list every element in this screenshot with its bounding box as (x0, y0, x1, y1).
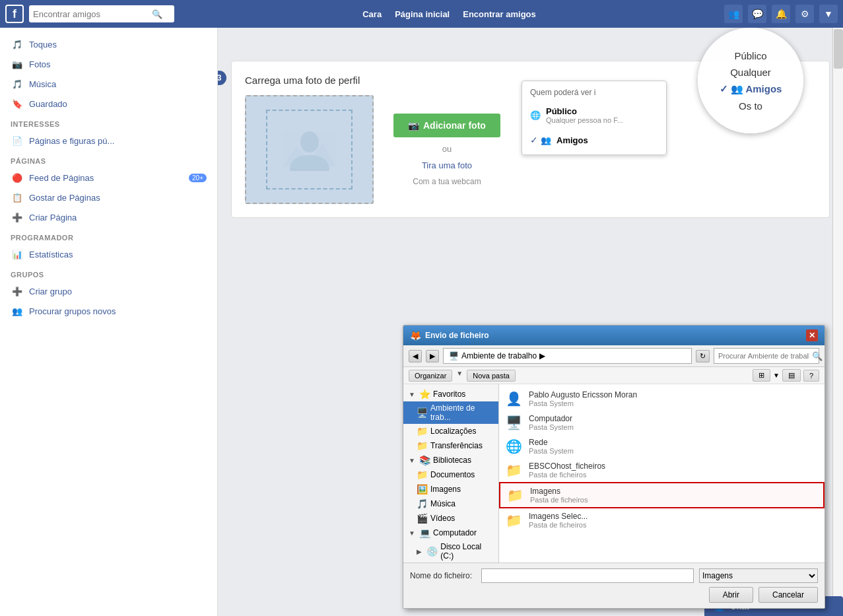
file-icon-ebscohost: 📁 (506, 462, 522, 478)
dialog-new-folder-button[interactable]: Nova pasta (467, 370, 516, 382)
dialog-filetype-select[interactable]: Imagens (699, 568, 818, 583)
sidebar-item-feed-paginas[interactable]: 🔴 Feed de Páginas 20+ (0, 168, 217, 188)
file-item-imagens-selec[interactable]: 📁 Imagens Selec... Pasta de ficheiros (499, 508, 825, 532)
sidebar-item-toques[interactable]: 🎵 Toques (0, 34, 217, 54)
sidebar-item-fotos[interactable]: 📷 Fotos (0, 54, 217, 74)
sidebar-item-gostar-paginas[interactable]: 📋 Gostar de Páginas (0, 188, 217, 207)
dialog-refresh-button[interactable]: ↻ (696, 350, 710, 362)
search-input[interactable] (33, 9, 152, 19)
file-info-computador: Computador Pasta System (529, 414, 574, 431)
webcam-link[interactable]: Tira uma foto (422, 160, 472, 170)
file-type-rede: Pasta System (529, 447, 574, 455)
file-name-rede: Rede (529, 438, 574, 447)
circle-amigos-checked: ✓ 👥 Amigos (720, 81, 782, 98)
dialog-path-box[interactable]: 🖥️ Ambiente de trabalho ▶ (443, 348, 692, 364)
friends-icon[interactable]: 👥 (724, 5, 743, 23)
dialog-open-button[interactable]: Abrir (709, 587, 753, 603)
feed-paginas-badge: 20+ (189, 174, 207, 182)
dialog-view-details-button[interactable]: ⊞ (753, 369, 770, 382)
dialog-title-text: Envio de ficheiro (425, 331, 489, 340)
tree-musica[interactable]: 🎵 Música (403, 496, 498, 511)
dropdown-icon[interactable]: ▼ (819, 5, 838, 23)
file-item-imagens[interactable]: 📁 Imagens Pasta de ficheiros (499, 482, 825, 508)
tree-transferencias[interactable]: 📁 Transferências (403, 438, 498, 453)
tree-imagens[interactable]: 🖼️ Imagens (403, 482, 498, 496)
add-photo-label: Adicionar foto (423, 120, 486, 131)
file-item-ebscohost[interactable]: 📁 EBSCOhost_ficheiros Pasta de ficheiros (499, 458, 825, 482)
tree-ambiente-trabalho[interactable]: 🖥️ Ambiente de trab... (403, 401, 498, 424)
file-name-imagens: Imagens (530, 487, 588, 496)
tree-videos[interactable]: 🎬 Vídeos (403, 511, 498, 526)
sidebar-item-criar-pagina[interactable]: ➕ Criar Página (0, 207, 217, 227)
dialog-organize-button[interactable]: Organizar (409, 370, 452, 382)
sidebar-item-musica[interactable]: 🎵 Música (0, 74, 217, 94)
dialog-help-button[interactable]: ? (803, 370, 819, 382)
fotos-icon: 📷 (11, 57, 24, 71)
tree-label-musica: Música (430, 499, 455, 508)
sidebar-label-estatisticas: Estatísticas (29, 250, 73, 259)
tree-label-disco-local: Disco Local (C:) (440, 542, 493, 561)
tree-expand-computador: ▼ (409, 530, 417, 537)
nav-pagina-inicial[interactable]: Página inicial (395, 9, 450, 19)
dialog-close-button[interactable]: ✕ (806, 329, 818, 341)
facebook-logo[interactable]: f (5, 5, 24, 23)
sidebar-label-musica: Música (29, 79, 56, 89)
privacy-option-publico[interactable]: 🌐 Público Qualquer pessoa no F... (522, 101, 666, 129)
dialog-search-input[interactable] (718, 352, 809, 360)
main-content: Quem poderá ver i 🌐 Público Qualquer pes… (218, 28, 843, 616)
check-mark-amigos: ✓ (530, 135, 538, 145)
tree-bibliotecas[interactable]: ▼ 📚 Bibliotecas (403, 453, 498, 467)
tree-expand-bibliotecas: ▼ (409, 457, 417, 464)
privacy-popup: Quem poderá ver i 🌐 Público Qualquer pes… (522, 81, 667, 155)
tree-expand-favoritos: ▼ (409, 391, 417, 398)
file-info-rede: Rede Pasta System (529, 438, 574, 455)
file-info-imagens-selec: Imagens Selec... Pasta de ficheiros (529, 512, 588, 529)
nav-encontrar-amigos[interactable]: Encontrar amigos (463, 9, 536, 19)
dialog-layout-button[interactable]: ▤ (782, 369, 801, 382)
dialog-back-button[interactable]: ◀ (409, 350, 422, 362)
privacy-option-amigos[interactable]: ✓ 👥 Amigos (522, 129, 666, 151)
circle-publico: Público (734, 48, 766, 64)
sidebar-item-criar-grupo[interactable]: ➕ Criar grupo (0, 281, 217, 301)
tree-localizacoes[interactable]: 📁 Localizações (403, 424, 498, 438)
dialog-filename-field[interactable] (481, 568, 694, 583)
sidebar-item-guardado[interactable]: 🔖 Guardado (0, 94, 217, 114)
settings-icon[interactable]: ⚙ (795, 5, 814, 23)
sidebar-label-fotos: Fotos (29, 59, 51, 69)
dialog-path-text: Ambiente de trabalho (461, 351, 537, 360)
search-box[interactable]: 🔍 (29, 5, 174, 22)
sidebar-item-paginas-figuras[interactable]: 📄 Páginas e figuras pú... (0, 131, 217, 151)
nav-cara[interactable]: Cara (362, 9, 382, 19)
tree-documentos[interactable]: 📁 Documentos (403, 467, 498, 482)
dialog-cancel-button[interactable]: Cancelar (759, 587, 818, 603)
scrollbar-thumb[interactable] (834, 29, 843, 69)
file-name-pablo: Pablo Augusto Ericsson Moran (529, 390, 637, 399)
dialog-action-buttons: Abrir Cancelar (410, 587, 818, 603)
videos-icon: 🎬 (417, 513, 428, 524)
dialog-bottom: Nome do ficheiro: Imagens Abrir Cancelar (403, 563, 825, 608)
tree-computador[interactable]: ▼ 💻 Computador (403, 526, 498, 540)
tree-disco-local[interactable]: ▶ 💿 Disco Local (C:) (403, 540, 498, 563)
dialog-view-dropdown: ▼ (773, 372, 780, 379)
fb-logo-letter: f (13, 7, 17, 21)
dialog-address-toolbar: ◀ ▶ 🖥️ Ambiente de trabalho ▶ ↻ 🔍 (403, 345, 825, 367)
file-item-pablo[interactable]: 👤 Pablo Augusto Ericsson Moran Pasta Sys… (499, 387, 825, 411)
sidebar-item-procurar-grupos[interactable]: 👥 Procurar grupos novos (0, 301, 217, 321)
dialog-filename-row: Nome do ficheiro: Imagens (410, 568, 818, 583)
tree-label-ambiente-trabalho: Ambiente de trab... (430, 403, 493, 422)
left-sidebar: 🎵 Toques 📷 Fotos 🎵 Música 🔖 Guardado INT… (0, 28, 218, 616)
localizacoes-icon: 📁 (417, 426, 428, 436)
tree-favoritos[interactable]: ▼ ⭐ Favoritos (403, 387, 498, 401)
sidebar-label-guardado: Guardado (29, 99, 67, 109)
page-scrollbar[interactable] (832, 28, 843, 616)
file-item-rede[interactable]: 🌐 Rede Pasta System (499, 434, 825, 458)
add-photo-button[interactable]: 📷 Adicionar foto (393, 114, 500, 137)
sidebar-item-estatisticas[interactable]: 📊 Estatísticas (0, 244, 217, 264)
dialog-titlebar: 🦊 Envio de ficheiro ✕ (403, 325, 825, 345)
dialog-search-box[interactable]: 🔍 (714, 348, 819, 364)
dialog-forward-button[interactable]: ▶ (426, 350, 439, 362)
dialog-title-left: 🦊 Envio de ficheiro (410, 330, 489, 341)
messages-icon[interactable]: 💬 (748, 5, 766, 23)
notifications-icon[interactable]: 🔔 (772, 5, 790, 23)
file-item-computador[interactable]: 🖥️ Computador Pasta System (499, 411, 825, 434)
